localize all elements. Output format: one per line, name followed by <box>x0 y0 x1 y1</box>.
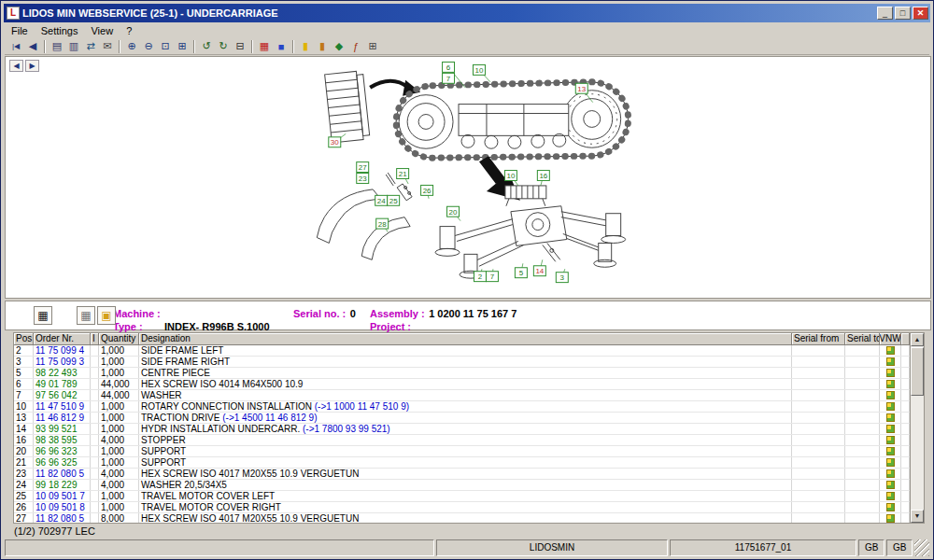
column-header-vnw[interactable]: VNW <box>880 333 901 345</box>
vnw-icon[interactable] <box>886 458 895 467</box>
notes-button[interactable]: ■ <box>273 39 290 54</box>
parts-list-view-button[interactable]: ▦ <box>34 306 52 325</box>
vnw-icon[interactable] <box>886 380 895 388</box>
table-row-pos-24[interactable]: 2499 18 2294,000WASHER 20,5/34X5 <box>14 480 910 491</box>
callout-21[interactable]: 21 <box>397 169 409 184</box>
table-row-pos-2[interactable]: 211 75 099 41,000SIDE FRAME LEFT <box>14 345 910 357</box>
column-header-order-nr-[interactable]: Order Nr. <box>34 333 91 345</box>
title-bar[interactable]: L LIDOS MIN WEBSERVICE (25-1) - UNDERCAR… <box>4 4 930 22</box>
callout-5[interactable]: 5 <box>515 263 527 277</box>
designation-link[interactable]: (->1 7800 93 99 521) <box>303 424 390 434</box>
zoom-out-button[interactable]: ⊖ <box>140 39 157 54</box>
vnw-icon[interactable] <box>886 447 895 455</box>
cell-vnw[interactable] <box>880 435 901 445</box>
callout-25[interactable]: 25 <box>388 195 400 205</box>
scroll-up-button[interactable]: ▲ <box>911 333 924 346</box>
zoom-fit-button[interactable]: ⊞ <box>174 39 191 54</box>
column-header-serial-from[interactable]: Serial from <box>792 333 845 345</box>
callout-20[interactable]: 20 <box>447 206 460 220</box>
table-row-pos-21[interactable]: 2196 96 3251,000SUPPORT <box>14 457 910 469</box>
cell-vnw[interactable] <box>880 345 901 356</box>
vnw-icon[interactable] <box>886 436 895 444</box>
zoom-window-button[interactable]: ⊡ <box>157 39 174 54</box>
nav-prev-button[interactable]: ◀ <box>24 39 41 54</box>
cell-order-number[interactable]: 96 96 323 <box>34 446 91 456</box>
cell-vnw[interactable] <box>880 469 901 479</box>
rotate-right-button[interactable]: ↻ <box>215 39 232 54</box>
callout-7[interactable]: 7 <box>486 269 498 281</box>
cell-order-number[interactable]: 11 82 080 5 <box>34 513 91 523</box>
table-row-pos-7[interactable]: 797 56 04244,000WASHER <box>14 390 910 401</box>
cell-vnw[interactable] <box>880 368 901 378</box>
maximize-button[interactable]: □ <box>895 7 911 20</box>
table-row-pos-23[interactable]: 2311 82 080 54,000HEX SCREW ISO 4017 M20… <box>14 469 910 480</box>
cell-vnw[interactable] <box>880 390 901 400</box>
callout-26[interactable]: 26 <box>421 185 433 198</box>
table-row-pos-14[interactable]: 1493 99 5211,000HYDR INSTALLATION UNDERC… <box>14 424 910 435</box>
callout-13[interactable]: 13 <box>575 83 592 102</box>
column-header-serial-to[interactable]: Serial to <box>845 333 880 345</box>
callout-2[interactable]: 2 <box>474 269 486 281</box>
table-row-pos-27[interactable]: 2711 82 080 58,000HEX SCREW ISO 4017 M20… <box>14 513 910 523</box>
column-header-designation[interactable]: Designation <box>139 333 792 345</box>
send-mail-button[interactable]: ✉ <box>99 39 116 54</box>
vnw-icon[interactable] <box>886 391 895 399</box>
scroll-down-button[interactable]: ▼ <box>911 510 924 523</box>
cell-order-number[interactable]: 99 18 229 <box>34 480 91 490</box>
menu-help[interactable]: ? <box>120 24 138 37</box>
doc-export-button[interactable]: ▥ <box>65 39 82 54</box>
cell-order-number[interactable]: 97 56 042 <box>34 390 91 400</box>
callout-27[interactable]: 27 <box>357 162 369 173</box>
vnw-icon[interactable] <box>886 346 895 355</box>
cell-vnw[interactable] <box>880 401 901 412</box>
table-row-pos-10[interactable]: 1011 47 510 91,000ROTARY CONNECTION INST… <box>14 401 910 413</box>
table-row-pos-13[interactable]: 1311 46 812 91,000TRACTION DRIVE (->1 45… <box>14 413 910 424</box>
vnw-icon[interactable] <box>886 357 895 366</box>
hotspot-link-button[interactable]: ▣ <box>97 306 116 325</box>
table-scrollbar[interactable]: ▲ ▼ <box>910 333 924 523</box>
table-row-pos-25[interactable]: 2510 09 501 71,000TRAVEL MOTOR COVER LEF… <box>14 491 910 502</box>
vnw-icon[interactable] <box>886 402 895 411</box>
cell-vnw[interactable] <box>880 457 901 468</box>
callout-7[interactable]: 7 <box>443 73 455 83</box>
cell-vnw[interactable] <box>880 480 901 490</box>
callout-3[interactable]: 3 <box>556 269 568 282</box>
compare-arrows-button[interactable]: ⇄ <box>82 39 99 54</box>
doc-report-button[interactable]: ▤ <box>49 39 65 54</box>
cell-vnw[interactable] <box>880 379 901 389</box>
resize-grip[interactable] <box>914 539 929 556</box>
figure-list-view-button[interactable]: ▦ <box>77 306 95 325</box>
scroll-thumb[interactable] <box>911 347 924 396</box>
nav-first-button[interactable]: |◀ <box>7 39 24 54</box>
sheet-prev-button[interactable]: ◀ <box>9 60 23 72</box>
column-header-quantity[interactable]: Quantity <box>99 333 139 345</box>
cell-order-number[interactable]: 10 09 501 8 <box>34 502 91 512</box>
cell-vnw[interactable] <box>880 424 901 434</box>
cell-order-number[interactable]: 98 38 595 <box>34 435 91 445</box>
vnw-icon[interactable] <box>886 413 895 422</box>
menu-view[interactable]: View <box>84 24 120 37</box>
zoom-in-button[interactable]: ⊕ <box>123 39 140 54</box>
cell-order-number[interactable]: 11 75 099 3 <box>34 357 91 367</box>
cell-vnw[interactable] <box>880 491 901 501</box>
rotate-left-button[interactable]: ↺ <box>198 39 215 54</box>
vnw-icon[interactable] <box>886 425 895 433</box>
cell-vnw[interactable] <box>880 413 901 423</box>
column-header-pos[interactable]: Pos <box>14 333 34 345</box>
callout-24[interactable]: 24 <box>375 195 388 205</box>
callout-16[interactable]: 16 <box>537 171 549 186</box>
vnw-icon[interactable] <box>886 514 895 523</box>
callout-10[interactable]: 10 <box>473 64 489 81</box>
table-row-pos-20[interactable]: 2096 96 3231,000SUPPORT <box>14 446 910 457</box>
minimize-button[interactable]: _ <box>877 7 893 20</box>
marker-yellow-button[interactable]: ▮ <box>297 39 314 54</box>
cell-vnw[interactable] <box>880 446 901 456</box>
sheet-next-button[interactable]: ▶ <box>25 60 39 72</box>
cell-order-number[interactable]: 49 01 789 <box>34 379 91 389</box>
parts-grid-button[interactable]: ▦ <box>256 39 273 54</box>
designation-link[interactable]: (->1 1000 11 47 510 9) <box>315 401 409 412</box>
menu-file[interactable]: File <box>5 24 35 37</box>
drawing-area[interactable]: ◀ ▶ <box>5 56 931 299</box>
column-header-i[interactable]: I <box>91 333 99 345</box>
windows-grid-button[interactable]: ⊞ <box>364 39 381 54</box>
